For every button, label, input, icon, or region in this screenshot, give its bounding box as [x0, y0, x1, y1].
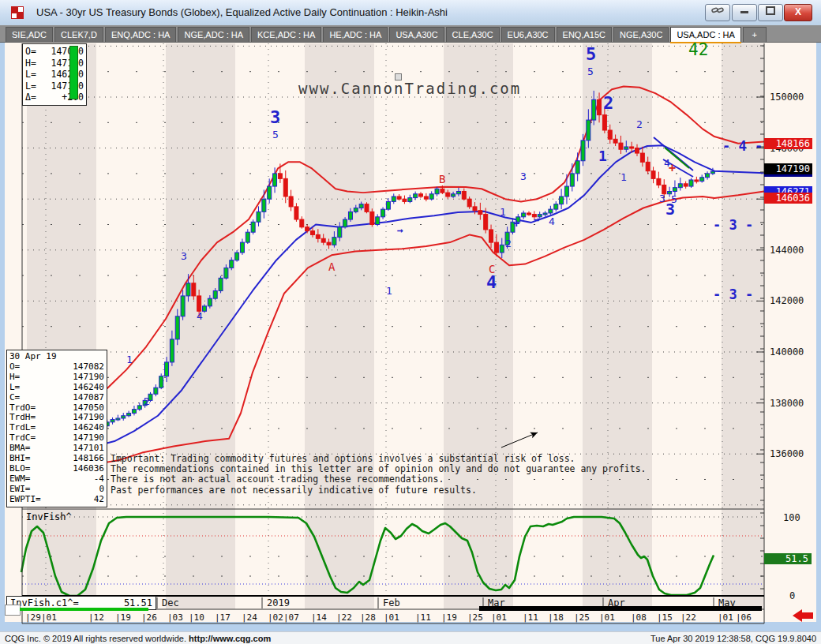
wave-label: → — [534, 214, 540, 224]
date-tick-label: |11 — [415, 612, 431, 623]
date-tick-label: |01 — [599, 612, 615, 623]
cqg-application-window: USA - 30yr US Treasury Bonds (Globex), E… — [0, 0, 821, 644]
wave-label: + — [669, 163, 676, 174]
wave-label: 3 — [665, 201, 675, 217]
last-bar-marker — [69, 46, 78, 99]
watermark-text: www.CannonTrading.com — [298, 80, 521, 97]
month-label: Dec — [162, 597, 179, 608]
status-copyright: CQG Inc. © 2019 All rights reserved worl… — [5, 634, 186, 643]
month-label: Feb — [383, 597, 400, 608]
wave-label: 4 — [549, 216, 555, 227]
wave-label: 42 — [688, 42, 708, 58]
info-row: H=147190 — [9, 373, 104, 383]
price-badge: 147190 — [764, 163, 812, 174]
info-row: O=147082 — [9, 362, 104, 373]
date-tick-label: |26 — [141, 612, 157, 623]
date-tick-label: |22 — [336, 612, 352, 623]
date-tick-label: |24 — [242, 612, 257, 623]
date-tick-label: |01 — [491, 612, 507, 623]
date-tick-label: |25 — [467, 612, 483, 623]
wave-label: 4 — [197, 311, 203, 321]
wave-label: 5 — [587, 66, 594, 77]
date-tick-label: |07 — [283, 612, 299, 623]
price-tick-label: 140000 — [770, 346, 804, 358]
wave-label: - 3 - — [713, 219, 753, 232]
wave-label: 2 — [603, 95, 613, 112]
wave-label: 2 — [144, 396, 150, 406]
indicator-readout-value: 51.51 — [124, 597, 152, 608]
price-tick-label: 150000 — [770, 92, 804, 103]
wave-label: 1 — [386, 286, 392, 296]
date-tick-label: |01 — [718, 612, 733, 623]
wave-label: 3 — [520, 171, 527, 182]
disclaimer-text: Important: Trading commodity futures and… — [111, 454, 647, 496]
scrollbar-thumb[interactable] — [479, 606, 762, 611]
indicator-value-badge: 51.5 — [764, 553, 812, 564]
indicator-axis-bottom: 0 — [789, 590, 795, 601]
date-tick-label: |25 — [574, 612, 590, 623]
price-badge: 146036 — [764, 193, 812, 204]
info-box-date: 30 Apr 19 — [9, 352, 104, 362]
wave-label: 1 — [620, 172, 627, 182]
date-tick-label: |12 — [88, 612, 104, 623]
info-row: EWI=0 — [9, 485, 104, 495]
wave-label: B — [439, 174, 445, 185]
price-tick-label: 136000 — [770, 448, 804, 459]
info-row: EWM=-4 — [9, 474, 104, 485]
date-tick-label: |19 — [441, 612, 457, 623]
wave-label: 5 — [272, 129, 279, 140]
price-badge: 148166 — [764, 138, 812, 149]
wave-label: 3 — [181, 251, 187, 261]
wave-label: 5 — [586, 46, 596, 63]
quote-legend-box[interactable]: O=147050H=147190L=146240L=147190Δ=+200 — [22, 43, 87, 106]
date-tick-label: |06 — [736, 612, 752, 623]
wave-label: 3 — [270, 109, 280, 126]
scrollbar-green-range[interactable] — [20, 608, 148, 611]
wave-label: - 4 - — [722, 140, 763, 153]
date-tick-label: |22 — [680, 612, 696, 623]
date-tick-label: |28 — [360, 612, 376, 623]
wave-label: 1 — [126, 354, 133, 365]
info-row: EWPTI=42 — [9, 495, 104, 505]
date-tick-label: |02 — [268, 612, 283, 623]
date-tick-label: |17 — [215, 612, 231, 623]
wave-label: 3 — [659, 193, 665, 204]
date-tick-label: |01 — [41, 612, 57, 623]
info-row: L=146240 — [9, 383, 104, 393]
status-link[interactable]: http://www.cqg.com — [189, 634, 271, 643]
wave-label: 4 — [486, 274, 497, 291]
indicator-readout-label: InvFish.c1^= — [10, 597, 79, 608]
wave-label: 1 — [500, 207, 506, 217]
price-tick-label: 142000 — [770, 295, 804, 306]
indicator-axis-top: 100 — [783, 512, 800, 523]
status-bar: CQG Inc. © 2019 All rights reserved worl… — [0, 631, 821, 644]
date-tick-label: |03 — [167, 612, 183, 623]
wave-label: 2 — [636, 119, 643, 129]
cursor-info-box[interactable]: 30 Apr 19 O=147082H=147190L=146240C=1470… — [6, 350, 107, 507]
date-tick-label: |14 — [311, 612, 327, 623]
anchor-handle[interactable] — [395, 73, 402, 80]
indicator-name-label: InvFish^ — [26, 511, 72, 522]
month-label: 2019 — [267, 597, 290, 608]
date-tick-label: |19 — [115, 612, 131, 623]
date-tick-label: |08 — [631, 612, 647, 623]
date-tick-label: |11 — [523, 612, 538, 623]
wave-label: A — [328, 261, 335, 272]
wave-label: - 3 - — [713, 288, 753, 301]
scrollbar-home-button[interactable] — [5, 605, 21, 616]
date-tick-label: |29 — [25, 612, 41, 623]
wave-label: 2 — [505, 238, 512, 249]
date-tick-label: |10 — [189, 612, 204, 623]
wave-label: → — [397, 225, 403, 235]
scroll-left-arrow-icon[interactable] — [793, 609, 813, 622]
status-datetime-version: Tue Apr 30 2019 12:38:58, CQG 19.9.8040 — [650, 634, 816, 643]
price-tick-label: 144000 — [770, 245, 804, 256]
date-tick-label: |18 — [548, 612, 564, 623]
wave-label: + — [513, 218, 519, 229]
info-row: BLO=146036 — [9, 464, 104, 474]
date-tick-label: |01 — [384, 612, 399, 623]
wave-label: 1 — [598, 149, 607, 163]
price-tick-label: 138000 — [770, 398, 804, 409]
info-row: C=147087 — [9, 393, 104, 403]
date-tick-label: |15 — [657, 612, 673, 623]
